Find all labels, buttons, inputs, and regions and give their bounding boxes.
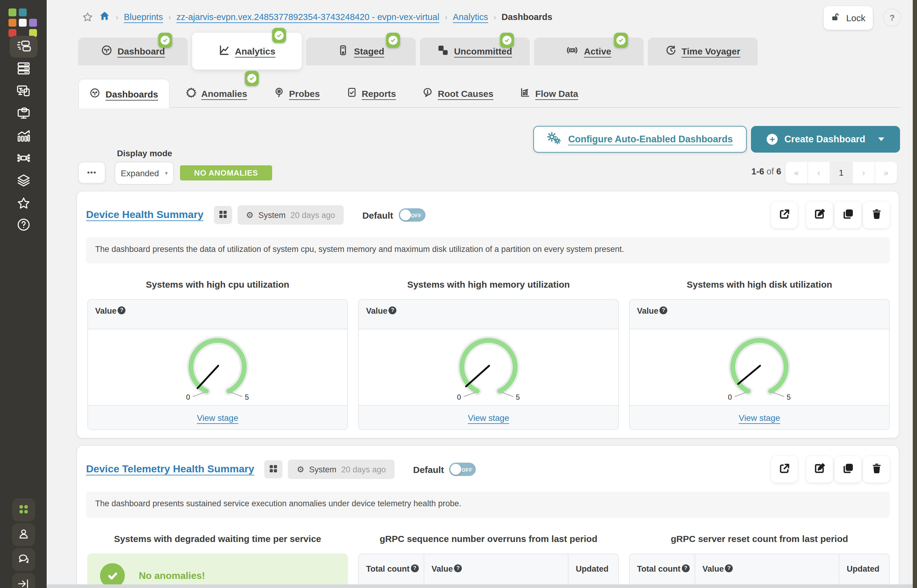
horizontal-scrollbar[interactable] xyxy=(47,584,913,588)
subtab-probes[interactable]: Probes xyxy=(274,87,320,99)
trash-icon xyxy=(871,208,882,221)
widget-memory-utilization: Systems with high memory utilization Val… xyxy=(358,263,619,430)
tab-uncommitted[interactable]: Uncommitted xyxy=(420,37,530,65)
plus-icon: + xyxy=(767,134,778,145)
subtab-flow-data[interactable]: Flow Data xyxy=(520,87,578,99)
sidebar-item-favorites[interactable] xyxy=(10,193,37,215)
column-header: Total count? xyxy=(630,554,695,586)
help-icon[interactable]: ? xyxy=(118,307,126,314)
sidebar-item-resources[interactable] xyxy=(10,103,37,125)
dashboard-card-device-health: Device Health Summary ⚙ System 20 days a… xyxy=(76,191,899,438)
page-last-button[interactable]: » xyxy=(875,162,897,184)
tab-staged[interactable]: Staged xyxy=(306,37,416,65)
results-table: Total count? Value? Updated xyxy=(358,554,619,588)
analytics-sub-tab-bar: Dashboards Anomalies Probes Reports Root… xyxy=(78,79,900,108)
system-origin-badge: ⚙ System 20 days ago xyxy=(288,460,394,479)
check-badge xyxy=(158,32,172,48)
display-mode-select[interactable]: Expanded ▾ xyxy=(115,162,174,185)
pagination-info: 1-6 of 6 xyxy=(752,166,781,176)
widget-title: Systems with high memory utilization xyxy=(358,279,619,289)
sidebar-item-help[interactable] xyxy=(10,214,37,236)
help-icon[interactable]: ? xyxy=(411,564,419,572)
subtab-anomalies[interactable]: Anomalies xyxy=(186,87,247,99)
widget-title: Systems with high cpu utilization xyxy=(87,279,348,289)
layers-icon xyxy=(16,173,31,189)
copy-icon xyxy=(842,208,854,221)
breadcrumb-analytics[interactable]: Analytics xyxy=(453,12,488,22)
question-circle-icon xyxy=(16,217,31,233)
share-button[interactable] xyxy=(771,202,798,228)
duplicate-button[interactable] xyxy=(834,456,861,483)
tab-time-voyager[interactable]: Time Voyager xyxy=(648,37,758,65)
page-next-button[interactable]: › xyxy=(853,162,875,184)
edit-button[interactable] xyxy=(806,456,833,483)
help-icon[interactable]: ? xyxy=(454,564,462,572)
sidebar-item-platform[interactable] xyxy=(10,170,37,192)
widget-grpc-server-resets: gRPC server reset count from last period… xyxy=(629,518,890,588)
chat-icon xyxy=(17,552,30,567)
column-header: Value? xyxy=(630,300,889,330)
share-button[interactable] xyxy=(771,456,798,483)
dashboard-description: The dashboard presents sustained service… xyxy=(86,492,890,518)
sidebar-status-dots[interactable] xyxy=(12,498,35,522)
sidebar-item-blueprints[interactable] xyxy=(10,36,37,58)
display-mode-label: Display mode xyxy=(117,149,172,158)
dashboard-title-link[interactable]: Device Telemetry Health Summary xyxy=(86,463,254,475)
help-icon[interactable]: ? xyxy=(725,564,733,572)
dashboard-gauge-icon xyxy=(101,45,112,58)
widget-grpc-sequence-overruns: gRPC sequence number overruns from last … xyxy=(358,518,619,588)
svg-text:5: 5 xyxy=(245,393,249,401)
sidebar-item-design[interactable] xyxy=(10,81,37,102)
sidebar-user-button[interactable] xyxy=(12,523,35,546)
widget-title: Systems with degraded waiting time per s… xyxy=(87,533,348,544)
default-toggle[interactable]: OFF xyxy=(399,208,425,221)
sidebar-item-analytics[interactable] xyxy=(10,125,37,147)
subtab-dashboards[interactable]: Dashboards xyxy=(78,79,170,108)
report-icon xyxy=(347,87,357,99)
view-stage-link[interactable]: View stage xyxy=(468,413,509,422)
share-icon xyxy=(779,208,790,221)
edit-button[interactable] xyxy=(806,202,833,228)
sidebar-collapse-button[interactable] xyxy=(12,573,35,588)
breadcrumb-blueprint-name[interactable]: zz-ajarvis-evpn.vex.2485377892354-374324… xyxy=(177,12,439,22)
apstra-logo[interactable] xyxy=(8,8,37,37)
delete-button[interactable] xyxy=(863,456,890,483)
help-icon[interactable]: ? xyxy=(682,564,690,572)
check-badge xyxy=(500,32,514,48)
dashboard-title-link[interactable]: Device Health Summary xyxy=(86,209,203,221)
page-current[interactable]: 1 xyxy=(830,162,853,184)
subtab-root-causes[interactable]: Root Causes xyxy=(423,87,493,99)
breadcrumb-blueprints[interactable]: Blueprints xyxy=(124,12,163,22)
tab-active[interactable]: Active xyxy=(534,37,644,65)
resources-icon xyxy=(16,106,31,122)
gears-icon xyxy=(548,132,562,147)
help-button[interactable]: ? xyxy=(883,8,901,27)
updated-timestamp: 20 days ago xyxy=(341,465,386,474)
help-icon[interactable]: ? xyxy=(660,307,667,314)
subtab-reports[interactable]: Reports xyxy=(347,87,396,99)
help-icon[interactable]: ? xyxy=(389,307,397,314)
check-badge xyxy=(614,32,628,48)
more-options-button[interactable]: ••• xyxy=(78,162,105,184)
view-stage-link[interactable]: View stage xyxy=(739,413,780,422)
dashboard-gauge-icon xyxy=(90,88,100,100)
sidebar-chat-button[interactable] xyxy=(12,548,35,571)
layout-grid-button[interactable] xyxy=(214,206,232,224)
delete-button[interactable] xyxy=(863,202,890,228)
sidebar-item-devices[interactable] xyxy=(10,58,37,80)
breadcrumb: › Blueprints › zz-ajarvis-evpn.vex.24853… xyxy=(82,10,552,24)
star-icon xyxy=(16,196,31,212)
breadcrumb-separator: › xyxy=(493,13,496,21)
favorite-star-button[interactable] xyxy=(82,11,93,23)
page-prev-button[interactable]: ‹ xyxy=(808,162,830,184)
tab-dashboard[interactable]: Dashboard xyxy=(78,37,188,65)
layout-grid-button[interactable] xyxy=(264,460,283,478)
page-first-button[interactable]: « xyxy=(786,162,808,184)
view-stage-link[interactable]: View stage xyxy=(197,413,238,422)
lock-button[interactable]: Lock xyxy=(824,6,873,30)
duplicate-button[interactable] xyxy=(834,202,861,228)
default-toggle[interactable]: OFF xyxy=(449,463,476,476)
home-icon[interactable] xyxy=(99,10,110,24)
tab-analytics[interactable]: Analytics xyxy=(192,33,302,69)
sidebar-item-external-systems[interactable] xyxy=(10,148,37,170)
